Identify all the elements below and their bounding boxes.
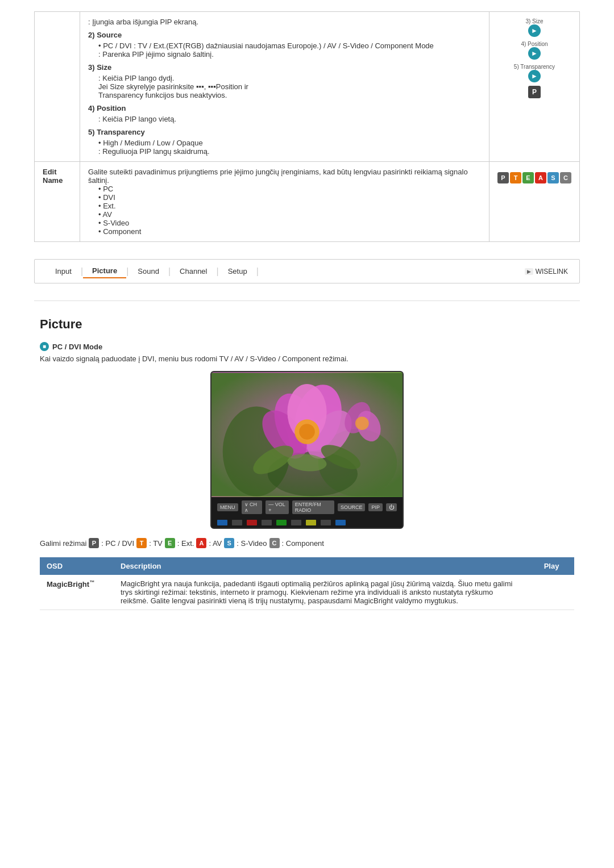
tv-gray-btn-1[interactable] [232, 520, 242, 525]
osd-table-header-row: OSD Description Play [40, 557, 574, 575]
pip-source-heading: 2) Source [88, 31, 481, 39]
badge-a: A [535, 172, 546, 183]
page-wrapper: : Įjungia arba išjungia PIP ekraną. 2) S… [0, 0, 614, 621]
badge-p: P [497, 172, 509, 183]
svg-point-10 [299, 424, 315, 440]
pip-source-bullet2: : Parenka PIP įėjimo signalo šaltinį. [88, 50, 481, 59]
nav-input[interactable]: Input [46, 265, 81, 278]
pip-position-heading: 4) Position [88, 104, 481, 112]
mode-badge-t: T [136, 538, 147, 548]
pip-transparency-arrow-icon[interactable]: ► [528, 70, 541, 82]
pc-dvi-note-text: Kai vaizdo signalą paduodate į DVI, meni… [40, 354, 574, 363]
pip-transparency-line: : Reguliuoja PIP langų skaidrumą. [88, 147, 481, 156]
badge-c: C [560, 172, 571, 183]
enter-btn[interactable]: ENTER/FM RADIO [292, 500, 334, 514]
edit-name-component: • Component [88, 227, 481, 236]
pip-size-arrow-icon[interactable]: ► [528, 24, 541, 37]
mode-p-desc: : PC / DVI [101, 539, 134, 548]
pip-size-icon-label: 3) Size ► [497, 18, 571, 37]
edit-name-svideo: • S-Video [88, 219, 481, 227]
term-magicbright: MagicBright™ [40, 575, 114, 610]
mode-t-desc: : TV [149, 539, 163, 548]
tv-frame: MENU ∨ CH ∧ — VOL + ENTER/FM RADIO SOURC… [210, 371, 404, 529]
edit-name-label: EditName [35, 162, 80, 242]
edit-name-row: EditName Galite suteikti pavadinimus pri… [35, 162, 580, 242]
pip-transparency-heading: 5) Transparency [88, 128, 481, 136]
ch-btn[interactable]: ∨ CH ∧ [242, 500, 263, 514]
pip-transparency-icon-label: 5) Transparency ► [497, 63, 571, 82]
pip-size-line3: Transparency funkcijos bus neaktyvios. [88, 91, 481, 99]
mode-s-desc: : S-Video [237, 539, 267, 548]
edit-name-badges-col: P T E A S C [489, 162, 580, 242]
tv-color-buttons-row [211, 518, 403, 528]
badge-s: S [547, 172, 559, 183]
nav-sound[interactable]: Sound [128, 265, 168, 278]
mode-badge-c: C [269, 538, 280, 548]
pip-position-arrow-icon[interactable]: ► [528, 47, 541, 60]
wiselink-label[interactable]: WISELINK [536, 268, 568, 276]
picture-section: Picture ■ PC / DVI Mode Kai vaizdo signa… [34, 317, 580, 610]
edit-name-text: Galite suteikti pavadinimus prijungtiems… [88, 168, 481, 185]
tv-red-btn[interactable] [247, 520, 257, 525]
nav-sep-5: | [256, 266, 259, 277]
mode-badge-s: S [224, 538, 234, 548]
play-magicbright [529, 575, 574, 610]
nav-setup[interactable]: Setup [219, 265, 256, 278]
pip-size-line2: Jei Size skyrelyje pasirinksite ▪▪▪, ▪▪▪… [88, 82, 481, 91]
mode-badge-p: P [89, 538, 99, 548]
tv-gray-btn-2[interactable] [262, 520, 272, 525]
tv-gray-btn-4[interactable] [321, 520, 331, 525]
osd-col-header: OSD [40, 557, 114, 575]
modes-label: Galimi režimai [40, 539, 86, 548]
tv-gray-btn-3[interactable] [291, 520, 301, 525]
pip-onoff-row: : Įjungia arba išjungia PIP ekraną. 2) S… [35, 12, 580, 162]
edit-name-dvi: • DVI [88, 193, 481, 202]
pip-source-bullet1: • PC / DVI : TV / Ext.(EXT(RGB) dažniaus… [88, 41, 481, 50]
edit-name-pc: • PC [88, 185, 481, 193]
pip-position-line: : Keičia PIP lango vietą. [88, 115, 481, 123]
edit-name-av: • AV [88, 210, 481, 219]
menu-btn[interactable]: MENU [217, 503, 238, 511]
badge-e: E [522, 172, 534, 183]
tv-green-btn[interactable] [276, 520, 287, 525]
power-btn[interactable]: ⏻ [386, 503, 397, 511]
divider [34, 301, 580, 301]
mode-c-desc: : Component [282, 539, 324, 548]
tv-yellow-btn[interactable] [306, 520, 316, 525]
pip-icons-col: 3) Size ► 4) Position ► 5) Transparency … [489, 12, 580, 162]
vol-btn[interactable]: — VOL + [265, 500, 289, 514]
pc-dvi-note-heading: ■ PC / DVI Mode [40, 342, 574, 351]
pip-transparency-sub: • High / Medium / Low / Opaque [88, 139, 481, 147]
edit-name-ext: • Ext. [88, 202, 481, 210]
note-circle-icon: ■ [40, 342, 49, 351]
picture-title: Picture [40, 317, 574, 332]
play-col-header: Play [529, 557, 574, 575]
pip-onoff-text: : Įjungia arba išjungia PIP ekraną. [88, 18, 481, 26]
pip-size-line1: : Keičia PIP lango dydį. [88, 74, 481, 82]
nav-channel[interactable]: Channel [171, 265, 216, 278]
nav-picture[interactable]: Picture [83, 264, 126, 278]
pip-size-heading: 3) Size [88, 63, 481, 72]
mode-badge-a: A [196, 538, 206, 548]
svg-point-13 [355, 416, 369, 430]
source-btn[interactable]: SOURCE [338, 503, 366, 511]
pip-p-badge: P [497, 86, 571, 98]
table-row: MagicBright™ MagicBright yra nauja funkc… [40, 575, 574, 610]
tv-screen [211, 372, 403, 497]
edit-name-content: Galite suteikti pavadinimus prijungtiems… [80, 162, 489, 242]
nav-wiselink[interactable]: ▶ WISELINK [525, 268, 568, 276]
osd-table: OSD Description Play MagicBright™ MagicB… [40, 557, 574, 610]
flower-svg [211, 372, 403, 497]
tv-blue-btn[interactable] [217, 520, 227, 525]
badge-t: T [510, 172, 521, 183]
pip-onoff-content: : Įjungia arba išjungia PIP ekraną. 2) S… [80, 12, 489, 162]
desc-magicbright: MagicBright yra nauja funkcija, padedant… [114, 575, 529, 610]
tv-controls-bar: MENU ∨ CH ∧ — VOL + ENTER/FM RADIO SOURC… [211, 497, 403, 518]
p-icon: P [528, 86, 541, 98]
tv-image-container: MENU ∨ CH ∧ — VOL + ENTER/FM RADIO SOURC… [40, 371, 574, 529]
nav-bar: Input | Picture | Sound | Channel | Setu… [34, 259, 580, 283]
pip-btn[interactable]: PIP [368, 503, 383, 511]
modes-row: Galimi režimai P : PC / DVI T : TV E : E… [40, 538, 574, 548]
mode-a-desc: : AV [209, 539, 222, 548]
tv-blue-btn-2[interactable] [335, 520, 346, 525]
